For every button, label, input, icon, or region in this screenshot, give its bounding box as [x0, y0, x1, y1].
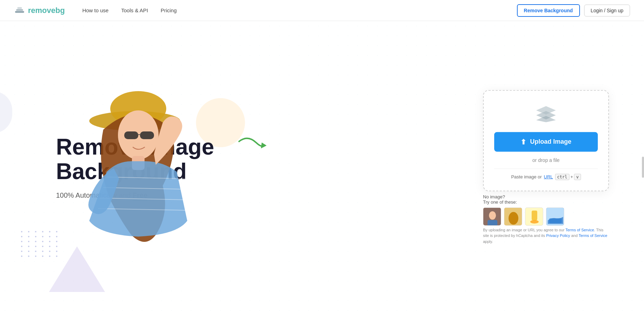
dot-decoration [28, 246, 29, 247]
dot-decoration [42, 251, 43, 252]
nav-tools-api[interactable]: Tools & API [121, 7, 148, 13]
svg-marker-3 [259, 141, 267, 148]
no-image-label: No image? Try one of these: [483, 194, 609, 204]
nav-actions: Remove Background Login / Sign up [517, 4, 630, 17]
paste-prefix: Paste image or [511, 174, 541, 179]
stack-icon-area [536, 104, 556, 123]
dot-decoration [35, 241, 36, 242]
sample-image-3[interactable] [525, 207, 543, 225]
stack-layers-icon [536, 104, 556, 122]
dot-decoration [21, 256, 22, 257]
dot-decoration [21, 241, 22, 242]
dot-decoration [49, 231, 50, 232]
svg-marker-17 [536, 116, 556, 122]
svg-rect-8 [140, 131, 154, 139]
keyboard-shortcut: ctrl + v [555, 173, 581, 180]
dot-decoration [42, 231, 43, 232]
sample-image-2[interactable] [504, 207, 522, 225]
sample-images-row [483, 207, 609, 225]
sample-section: No image? Try one of these: [483, 194, 609, 225]
dot-decoration [21, 251, 22, 252]
hero-right: ⬆ Upload Image or drop a file Paste imag… [483, 90, 609, 244]
upload-card: ⬆ Upload Image or drop a file Paste imag… [483, 90, 609, 191]
dot-decoration [21, 246, 22, 247]
svg-point-26 [530, 220, 539, 223]
sample-image-4[interactable] [546, 207, 564, 225]
logo[interactable]: removebg [14, 5, 65, 16]
upload-arrow-icon: ⬆ [520, 137, 526, 146]
paste-row: Paste image or URL ctrl + v [494, 168, 598, 180]
dot-decoration [21, 231, 22, 232]
upload-image-button[interactable]: ⬆ Upload Image [494, 132, 598, 151]
sample-image-1[interactable] [483, 207, 501, 225]
navbar: removebg How to use Tools & API Pricing … [0, 0, 644, 21]
logo-icon [14, 5, 25, 16]
tos-link-1[interactable]: Terms of Service [565, 227, 594, 232]
svg-rect-25 [532, 210, 537, 220]
kbd-ctrl: ctrl [555, 173, 569, 180]
dot-decoration [35, 236, 36, 237]
dot-decoration [28, 231, 29, 232]
svg-rect-2 [18, 7, 22, 9]
svg-rect-7 [124, 131, 138, 139]
dot-decoration [28, 241, 29, 242]
nav-links: How to use Tools & API Pricing [82, 7, 517, 13]
dot-decoration [49, 241, 50, 242]
dot-decoration [28, 251, 29, 252]
remove-background-button[interactable]: Remove Background [517, 4, 580, 17]
logo-text: removebg [28, 6, 65, 15]
dot-decoration [28, 256, 29, 257]
scrollbar[interactable] [642, 157, 644, 178]
legal-text: By uploading an image or URL you agree t… [483, 227, 609, 244]
dot-decoration [49, 236, 50, 237]
nav-how-to-use[interactable]: How to use [82, 7, 108, 13]
hero-section: // Build dot grid inline Remove Image Ba… [0, 21, 644, 313]
svg-rect-0 [15, 11, 24, 13]
dot-decoration [35, 256, 36, 257]
dot-decoration [35, 246, 36, 247]
kbd-v: v [574, 173, 581, 180]
hero-woman-image [54, 53, 201, 256]
drop-file-text: or drop a file [532, 157, 560, 163]
kbd-plus-sign: + [570, 174, 573, 179]
dot-decoration [42, 241, 43, 242]
upload-button-label: Upload Image [530, 138, 571, 145]
dot-decoration [42, 236, 43, 237]
login-signup-button[interactable]: Login / Sign up [584, 5, 630, 16]
nav-pricing[interactable]: Pricing [161, 7, 177, 13]
dot-decoration [35, 231, 36, 232]
dot-decoration [42, 256, 43, 257]
dot-decoration [28, 236, 29, 237]
tos-link-2[interactable]: Terms of Service [579, 233, 607, 238]
dot-decoration [42, 246, 43, 247]
svg-rect-1 [16, 9, 23, 11]
svg-point-22 [509, 212, 518, 224]
svg-rect-28 [549, 218, 562, 223]
url-link[interactable]: URL [544, 174, 553, 179]
dot-decoration [21, 236, 22, 237]
svg-point-19 [489, 211, 496, 219]
privacy-link[interactable]: Privacy Policy [546, 233, 570, 238]
svg-rect-20 [488, 220, 497, 225]
dot-decoration [35, 251, 36, 252]
